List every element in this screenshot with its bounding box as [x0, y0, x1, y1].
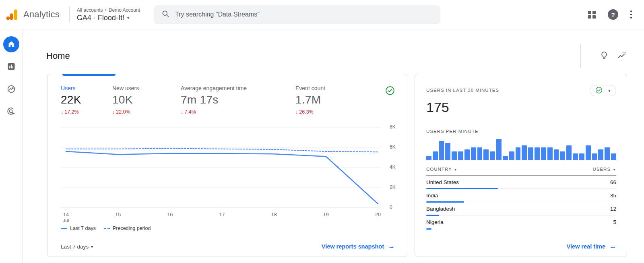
metric-delta: ↓26.3% [295, 109, 360, 115]
chevron-right-icon: › [105, 7, 107, 13]
realtime-status-dropdown[interactable]: ▾ [590, 85, 616, 96]
diagnostics-grid-button[interactable] [588, 11, 596, 19]
country-name: India [426, 193, 438, 199]
country-name: United States [426, 179, 459, 185]
metric-label: Users [61, 85, 112, 91]
users-per-minute-bar-chart [426, 139, 616, 160]
users-column-header[interactable]: USERS▼ [592, 167, 616, 172]
sidebar-item-advertising[interactable] [3, 104, 19, 120]
more-options-button[interactable] [630, 10, 632, 19]
sort-caret-icon: ▼ [454, 168, 458, 172]
arrow-right-icon: → [609, 242, 616, 251]
insights-hub-button[interactable] [599, 51, 609, 62]
x-axis-labels: 14Jul151617181920 [61, 209, 381, 223]
breadcrumb-all-accounts: All accounts [77, 7, 103, 13]
sidebar-item-home[interactable] [3, 36, 19, 52]
breadcrumb-demo-account: Demo Account [109, 7, 140, 13]
users-line-chart: 8K6K4K2K0 14Jul151617181920 [61, 122, 397, 223]
chart-legend: Last 7 days Preceding period [61, 226, 407, 231]
analytics-logo[interactable]: Analytics [6, 8, 60, 21]
metric-value: 22K [61, 93, 112, 106]
metric-delta: ↓17.2% [61, 109, 112, 115]
sidebar-item-explore[interactable] [3, 81, 19, 97]
users-count: 66 [610, 179, 616, 185]
y-axis-labels: 8K6K4K2K0 [385, 122, 398, 209]
country-name: Nigeria [426, 219, 444, 225]
check-circle-icon [385, 90, 395, 97]
link-label: View reports snapshot [322, 243, 384, 250]
legend-item-preceding-period: Preceding period [104, 226, 151, 231]
realtime-country-table: COUNTRY▼ USERS▼ United States 66 [426, 167, 616, 229]
metric-value: 10K [112, 93, 181, 106]
more-vert-icon [630, 10, 632, 19]
search-input[interactable]: Try searching "Data Streams" [154, 5, 440, 24]
metric-tab-new-users[interactable]: New users 10K ↓22.0% [112, 85, 181, 115]
metric-label: Average engagement time [181, 85, 295, 91]
left-navigation [0, 29, 23, 263]
down-arrow-icon: ↓ [112, 109, 115, 115]
home-icon [7, 39, 16, 50]
date-range-label: Last 7 days [61, 244, 89, 250]
legend-swatch-solid-line [61, 228, 67, 229]
insights-sparkline-icon [617, 50, 627, 62]
country-name: Bangladesh [426, 206, 455, 212]
advertising-target-icon [6, 107, 16, 118]
explore-trend-icon [6, 84, 16, 95]
metric-tab-avg-engagement-time[interactable]: Average engagement time 7m 17s ↓7.4% [181, 85, 295, 115]
users-count: 35 [610, 193, 616, 199]
line-chart-plot-area [61, 122, 381, 209]
check-circle-icon [595, 87, 603, 95]
metric-delta: ↓22.0% [112, 109, 181, 115]
realtime-card: USERS IN LAST 30 MINUTES ▾ 175 USERS PER… [415, 74, 627, 257]
lightbulb-icon [599, 51, 609, 62]
breadcrumb: All accounts › Demo Account [77, 7, 140, 13]
search-icon [154, 10, 175, 19]
sort-caret-icon: ▼ [613, 168, 616, 172]
arrow-right-icon: → [388, 242, 395, 251]
users-proportion-bar [426, 228, 431, 230]
table-row: Nigeria 5 [426, 215, 616, 229]
date-range-selector[interactable]: Last 7 days ▾ [61, 244, 93, 250]
product-name: Analytics [23, 9, 60, 20]
reports-snapshot-card: Users 22K ↓17.2% New users 10K ↓22.0% [47, 74, 407, 257]
down-arrow-icon: ↓ [61, 109, 63, 115]
sidebar-item-reports[interactable] [3, 59, 19, 75]
header-divider [69, 7, 70, 22]
help-button[interactable]: ? [608, 9, 618, 20]
metric-delta: ↓7.4% [181, 109, 295, 115]
property-selector-label: GA4 - Flood-It! [77, 14, 124, 22]
apps-grid-icon [588, 11, 596, 19]
users-per-minute-label: USERS PER MINUTE [426, 126, 616, 134]
view-real-time-link[interactable]: View real time → [567, 242, 616, 251]
users-count: 5 [613, 219, 616, 225]
legend-swatch-dashed-line [104, 228, 110, 229]
realtime-title: USERS IN LAST 30 MINUTES [426, 85, 499, 93]
page-head-divider [580, 44, 581, 68]
metric-tab-users[interactable]: Users 22K ↓17.2% [61, 85, 112, 115]
page-title: Home [46, 51, 70, 61]
data-quality-button[interactable] [385, 86, 395, 97]
view-reports-snapshot-link[interactable]: View reports snapshot → [322, 242, 395, 251]
down-arrow-icon: ↓ [181, 109, 183, 115]
caret-down-icon: ▾ [608, 89, 610, 93]
caret-down-icon: ▾ [127, 16, 129, 20]
analytics-intelligence-button[interactable] [617, 50, 627, 62]
country-column-header[interactable]: COUNTRY▼ [426, 167, 458, 172]
users-last-30-min-value: 175 [426, 99, 616, 115]
legend-label: Preceding period [113, 226, 151, 231]
link-label: View real time [567, 243, 605, 250]
top-app-bar: Analytics All accounts › Demo Account GA… [0, 0, 644, 29]
table-row: India 35 [426, 189, 616, 202]
search-placeholder: Try searching "Data Streams" [175, 11, 260, 18]
analytics-logo-icon [6, 8, 19, 21]
help-icon: ? [608, 9, 618, 20]
bar-chart-icon [6, 62, 16, 72]
account-property-picker[interactable]: All accounts › Demo Account GA4 - Flood-… [77, 7, 140, 22]
metric-tab-event-count[interactable]: Event count 1.7M ↓26.3% [295, 85, 360, 115]
users-count: 12 [610, 206, 616, 212]
metric-value: 1.7M [295, 93, 360, 106]
main-content: Home [23, 29, 644, 263]
table-row: Bangladesh 12 [426, 202, 616, 215]
metric-label: Event count [295, 85, 360, 91]
legend-label: Last 7 days [70, 226, 96, 231]
